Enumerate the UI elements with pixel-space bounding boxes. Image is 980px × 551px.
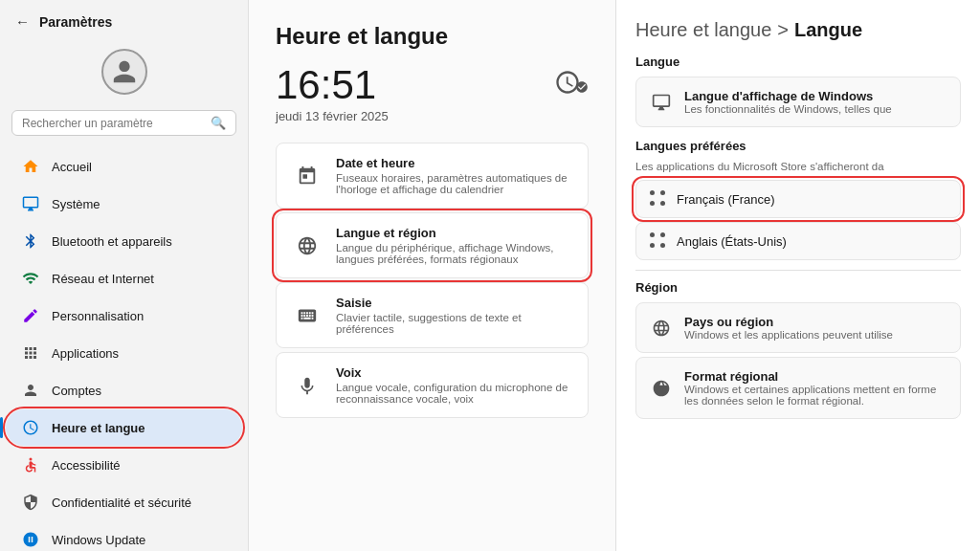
right-card-pays-title: Pays ou région: [684, 315, 947, 329]
card-saisie-desc: Clavier tactile, suggestions de texte et…: [336, 312, 572, 335]
date-display: jeudi 13 février 2025: [276, 109, 589, 123]
sidebar-item-comptes[interactable]: Comptes: [6, 372, 242, 408]
keyboard-icon: [292, 300, 323, 331]
sidebar-item-comptes-label: Comptes: [52, 384, 101, 398]
card-langue-region-text: Langue et région Langue du périphérique,…: [336, 226, 572, 265]
card-langue-region-title: Langue et région: [336, 226, 572, 240]
breadcrumb: Heure et langue > Langue: [635, 19, 961, 41]
card-langue-region[interactable]: Langue et région Langue du périphérique,…: [276, 212, 589, 278]
sidebar-item-apps[interactable]: Applications: [6, 335, 242, 371]
sidebar-item-winupdate[interactable]: Windows Update: [6, 521, 242, 551]
format-icon: [650, 377, 673, 400]
time-display: 16:51: [276, 65, 589, 105]
lang-item-fr[interactable]: Français (France): [635, 180, 961, 218]
network-icon: [21, 269, 40, 288]
section-langue-label: Langue: [635, 55, 961, 69]
sidebar-item-priv[interactable]: Confidentialité et sécurité: [6, 484, 242, 520]
card-voix-title: Voix: [336, 365, 572, 380]
right-card-pays[interactable]: Pays ou région Windows et les applicatio…: [635, 302, 961, 353]
search-input[interactable]: [22, 117, 203, 130]
drag-dots-en: [650, 232, 667, 250]
sidebar-item-access[interactable]: Accessibilité: [6, 447, 242, 483]
pref-section: Langues préférées Les applications du Mi…: [635, 139, 961, 172]
sidebar: ← Paramètres 🔍 Accueil Système: [0, 0, 249, 551]
nav-items: Accueil Système Bluetooth et appareils R…: [0, 143, 248, 551]
sidebar-item-accueil-label: Accueil: [52, 160, 92, 174]
sidebar-item-bluetooth[interactable]: Bluetooth et appareils: [6, 223, 242, 259]
card-date-heure-title: Date et heure: [336, 156, 572, 170]
settings-cards: Date et heure Fuseaux horaires, paramètr…: [276, 143, 589, 418]
drag-dots-fr: [650, 190, 667, 208]
globe-icon: [650, 317, 673, 340]
time-icon: [21, 418, 40, 437]
card-voix-text: Voix Langue vocale, configuration du mic…: [336, 365, 572, 405]
sidebar-item-perso-label: Personnalisation: [52, 309, 144, 323]
card-langue-region-desc: Langue du périphérique, affichage Window…: [336, 242, 572, 265]
card-voix-desc: Langue vocale, configuration du micropho…: [336, 382, 572, 405]
card-date-heure-desc: Fuseaux horaires, paramètres automatique…: [336, 172, 572, 195]
card-saisie[interactable]: Saisie Clavier tactile, suggestions de t…: [276, 282, 589, 348]
personalization-icon: [21, 306, 40, 325]
accessibility-icon: [21, 455, 40, 474]
main-content: Heure et langue 16:51 jeudi 13 février 2…: [249, 0, 616, 551]
lang-fr-label: Français (France): [677, 192, 775, 207]
bluetooth-icon: [21, 231, 40, 251]
apps-icon: [21, 343, 40, 363]
sidebar-header: ← Paramètres: [0, 0, 248, 37]
breadcrumb-current: Langue: [794, 19, 862, 41]
sidebar-item-reseau-label: Réseau et Internet: [52, 272, 154, 286]
privacy-icon: [21, 493, 40, 512]
right-card-langue-display-title: Langue d'affichage de Windows: [684, 89, 947, 103]
back-button[interactable]: ←: [15, 13, 30, 30]
pref-desc: Les applications du Microsoft Store s'af…: [635, 161, 961, 172]
sidebar-item-accueil[interactable]: Accueil: [6, 148, 242, 185]
sidebar-item-perso[interactable]: Personnalisation: [6, 298, 242, 334]
section-region-label: Région: [635, 280, 961, 295]
lang-en-label: Anglais (États-Unis): [677, 234, 787, 249]
right-card-pays-desc: Windows et les applications peuvent util…: [684, 329, 947, 341]
accounts-icon: [21, 381, 40, 400]
windowsupdate-icon: [21, 530, 40, 549]
lang-item-en[interactable]: Anglais (États-Unis): [635, 222, 961, 260]
sidebar-item-reseau[interactable]: Réseau et Internet: [6, 260, 242, 297]
search-box[interactable]: 🔍: [11, 110, 236, 136]
sidebar-item-bluetooth-label: Bluetooth et appareils: [52, 234, 172, 249]
avatar-container: [0, 37, 248, 102]
sidebar-item-priv-label: Confidentialité et sécurité: [52, 496, 191, 510]
card-voix[interactable]: Voix Langue vocale, configuration du mic…: [276, 352, 589, 418]
divider: [635, 270, 961, 271]
sidebar-item-access-label: Accessibilité: [52, 458, 121, 473]
right-card-langue-display[interactable]: Langue d'affichage de Windows Les foncti…: [635, 77, 961, 127]
monitor-icon: [650, 91, 673, 114]
sidebar-item-apps-label: Applications: [52, 346, 119, 361]
system-icon: [21, 194, 40, 213]
card-saisie-title: Saisie: [336, 296, 572, 310]
right-card-format-title: Format régional: [684, 369, 947, 384]
sidebar-item-heure-label: Heure et langue: [52, 421, 145, 435]
calendar-icon: [292, 161, 323, 191]
user-icon: [111, 58, 138, 85]
voice-icon: [292, 370, 323, 401]
avatar: [101, 49, 147, 95]
right-panel: Heure et langue > Langue Langue Langue d…: [616, 0, 980, 551]
section-pref-label: Langues préférées: [635, 139, 961, 153]
right-card-langue-display-text: Langue d'affichage de Windows Les foncti…: [684, 89, 947, 115]
sidebar-item-systeme[interactable]: Système: [6, 186, 242, 222]
right-card-pays-text: Pays ou région Windows et les applicatio…: [684, 315, 947, 341]
page-title: Heure et langue: [276, 23, 589, 50]
breadcrumb-separator: >: [777, 19, 789, 41]
home-icon: [21, 157, 40, 176]
right-card-format[interactable]: Format régional Windows et certaines app…: [635, 357, 961, 419]
svg-point-0: [30, 458, 33, 461]
card-saisie-text: Saisie Clavier tactile, suggestions de t…: [336, 296, 572, 335]
card-date-heure-text: Date et heure Fuseaux horaires, paramètr…: [336, 156, 572, 195]
sidebar-item-systeme-label: Système: [52, 197, 100, 211]
right-card-format-desc: Windows et certaines applications metten…: [684, 384, 947, 407]
time-sync-icon[interactable]: [554, 65, 589, 99]
language-icon: [292, 231, 323, 261]
right-card-format-text: Format régional Windows et certaines app…: [684, 369, 947, 407]
card-date-heure[interactable]: Date et heure Fuseaux horaires, paramètr…: [276, 143, 589, 209]
sidebar-item-heure[interactable]: Heure et langue: [6, 409, 242, 446]
sidebar-item-winupdate-label: Windows Update: [52, 533, 145, 547]
right-card-langue-display-desc: Les fonctionnalités de Windows, telles q…: [684, 103, 947, 115]
